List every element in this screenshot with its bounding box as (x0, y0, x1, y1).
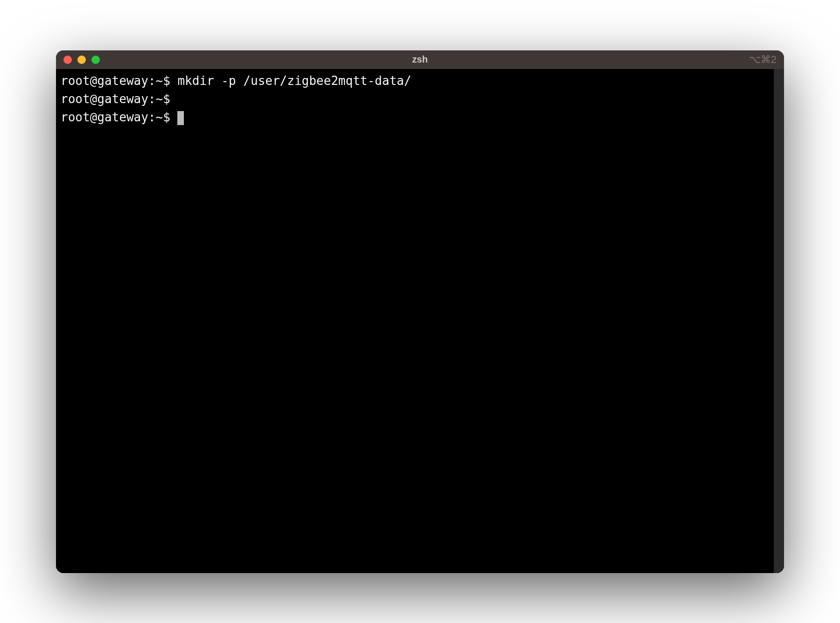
cursor-icon (177, 111, 184, 125)
maximize-icon[interactable] (91, 56, 100, 64)
minimize-icon[interactable] (77, 56, 86, 64)
tab-shortcut-indicator: ⌥⌘2 (749, 54, 777, 66)
terminal-line: root@gateway:~$ (61, 108, 769, 126)
prompt: root@gateway:~$ (61, 74, 177, 88)
terminal-body: root@gateway:~$ mkdir -p /user/zigbee2mq… (56, 69, 784, 573)
titlebar[interactable]: zsh ⌥⌘2 (56, 50, 784, 69)
scrollbar-track[interactable] (774, 69, 784, 573)
terminal-line: root@gateway:~$ mkdir -p /user/zigbee2mq… (61, 72, 769, 90)
traffic-lights (63, 56, 100, 64)
command-text: mkdir -p /user/zigbee2mqtt-data/ (177, 74, 411, 88)
prompt: root@gateway:~$ (61, 92, 177, 106)
prompt: root@gateway:~$ (61, 110, 177, 124)
terminal-window: zsh ⌥⌘2 root@gateway:~$ mkdir -p /user/z… (56, 50, 784, 573)
terminal-line: root@gateway:~$ (61, 90, 769, 108)
close-icon[interactable] (63, 56, 72, 64)
terminal-content[interactable]: root@gateway:~$ mkdir -p /user/zigbee2mq… (56, 69, 774, 573)
window-title: zsh (56, 54, 784, 65)
